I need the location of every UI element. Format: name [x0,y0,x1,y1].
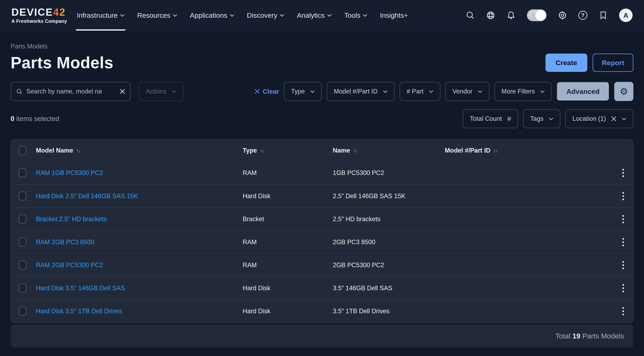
search-input[interactable] [26,88,116,95]
nav-item-analytics[interactable]: Analytics [297,0,332,30]
column-header-name[interactable]: Name ↑↓ [333,147,442,154]
row-menu-kebab-icon[interactable] [622,192,627,200]
model-name-link[interactable]: RAM 2GB PC5300 PC2 [36,261,240,269]
table-header-row: Model Name ↑↓ Type ↑↓ Name ↑↓ Model #/Pa… [11,140,633,161]
type-cell: RAM [243,261,330,269]
type-cell: Hard Disk [243,192,330,200]
location-chip[interactable]: Location (1) [565,109,634,128]
parts-models-table: Model Name ↑↓ Type ↑↓ Name ↑↓ Model #/Pa… [10,139,634,323]
chevron-down-icon [327,14,332,17]
filter-toolbar: Actions Clear Type Model #/Part ID # Par… [10,82,634,101]
row-menu-kebab-icon[interactable] [622,261,627,269]
row-menu-kebab-icon[interactable] [622,215,627,223]
table-row: Hard Disk 2.5" Dell 146GB SAS 15K Hard D… [11,184,633,207]
column-header-model-name[interactable]: Model Name ↑↓ [36,147,240,154]
row-checkbox[interactable] [19,260,26,270]
sort-icon[interactable]: ↑↓ [260,148,264,154]
model-name-link[interactable]: RAM 2GB PC3 8500 [36,238,240,246]
brand-accent: 42 [53,6,66,18]
nav-item-resources[interactable]: Resources [137,0,178,30]
model-name-link[interactable]: RAM 1GB PC5300 PC2 [36,169,240,177]
nav-item-label: Tools [344,11,360,19]
search-icon[interactable] [466,11,475,20]
bell-icon[interactable] [506,11,516,20]
chevron-down-icon [540,90,545,93]
row-checkbox[interactable] [19,307,26,316]
sort-icon[interactable]: ↑↓ [493,148,497,154]
row-menu-kebab-icon[interactable] [622,169,627,177]
gear-icon[interactable] [558,11,567,20]
sort-icon[interactable]: ↑↓ [76,148,80,154]
type-cell: RAM [243,169,330,177]
theme-toggle[interactable]: ☾ ✦ [527,9,546,21]
close-icon [254,89,260,94]
selection-count-text: 0 items selected [10,115,59,123]
page-content: Parts Models Parts Models Create Report … [0,31,644,348]
page-title: Parts Models [10,53,114,72]
sort-icon[interactable]: ↑↓ [353,148,357,154]
brand-logo[interactable]: DEVICE42 A Freshworks Company [12,7,67,24]
report-button[interactable]: Report [592,54,634,72]
column-header-model-part-id[interactable]: Model #/Part ID ↑↓ [445,147,604,154]
clear-search-icon[interactable] [120,89,125,94]
model-name-link[interactable]: Hard Disk 3.5" 1TB Dell Drives [36,308,240,315]
column-header-type[interactable]: Type ↑↓ [243,147,330,154]
row-menu-kebab-icon[interactable] [622,284,627,292]
nav-item-insights[interactable]: Insights+ [380,0,408,30]
row-checkbox[interactable] [19,168,26,178]
row-checkbox[interactable] [19,237,26,247]
row-checkbox[interactable] [19,191,26,201]
location-label: Location (1) [572,115,606,122]
nav-menu: Infrastructure Resources Applications Di… [77,0,408,30]
filter-type[interactable]: Type [284,82,322,101]
total-count-text: Total 19 Parts Models [555,332,624,340]
bookmark-icon[interactable] [599,11,608,20]
actions-dropdown[interactable]: Actions [139,82,184,101]
row-checkbox[interactable] [19,214,26,224]
filter-vendor[interactable]: Vendor [446,82,490,101]
topbar-actions: ☾ ✦ ? A [466,8,632,22]
table-row: RAM 2GB PC5300 PC2 RAM 2GB PC5300 PC2 [11,253,633,276]
model-name-link[interactable]: Hard Disk 3.5" 146GB Dell SAS [36,285,240,292]
avatar[interactable]: A [619,8,632,22]
create-button[interactable]: Create [546,54,588,72]
model-name-link[interactable]: Hard Disk 2.5" Dell 146GB SAS 15K [36,192,240,200]
filter-model-part-id[interactable]: Model #/Part ID [327,82,394,101]
breadcrumb[interactable]: Parts Models [10,43,634,50]
chevron-down-icon [173,14,177,17]
gear-icon: ⚙ [620,86,628,97]
filter-settings-button[interactable]: ⚙ [614,82,634,101]
row-menu-kebab-icon[interactable] [622,307,627,315]
select-all-checkbox[interactable] [19,146,26,155]
row-checkbox[interactable] [19,284,26,293]
help-icon[interactable]: ? [578,11,587,20]
chevron-down-icon [549,118,553,120]
brand-name: DEVICE42 [12,7,67,17]
filter-num-part[interactable]: # Part [400,82,440,101]
nav-item-infrastructure[interactable]: Infrastructure [77,0,124,30]
filter-label: Vendor [452,88,472,95]
globe-icon[interactable] [486,11,495,20]
clear-filters-button[interactable]: Clear [254,88,279,95]
search-box[interactable] [10,82,130,101]
chevron-down-icon [172,90,176,93]
filter-more-filters[interactable]: More Filters [494,82,552,101]
chevron-down-icon [429,90,433,93]
nav-item-label: Insights+ [380,11,408,19]
tags-chip[interactable]: Tags [523,109,560,128]
model-name-link[interactable]: Bracket 2.5" HD brackets [36,215,240,223]
chevron-down-icon [120,14,124,17]
total-count-chip[interactable]: Total Count # [463,109,518,128]
advanced-button[interactable]: Advanced [557,82,610,101]
type-cell: Bracket [243,215,330,223]
row-menu-kebab-icon[interactable] [622,238,627,246]
nav-item-discovery[interactable]: Discovery [247,0,284,30]
chevron-down-icon [230,14,234,17]
nav-item-tools[interactable]: Tools [344,0,367,30]
header-label: Model #/Part ID [445,147,490,154]
total-count-value: 19 [572,332,580,340]
name-cell: 1GB PC5300 PC2 [333,169,442,177]
nav-item-applications[interactable]: Applications [190,0,234,30]
type-cell: RAM [243,238,330,246]
remove-location-filter-icon[interactable] [611,116,616,121]
